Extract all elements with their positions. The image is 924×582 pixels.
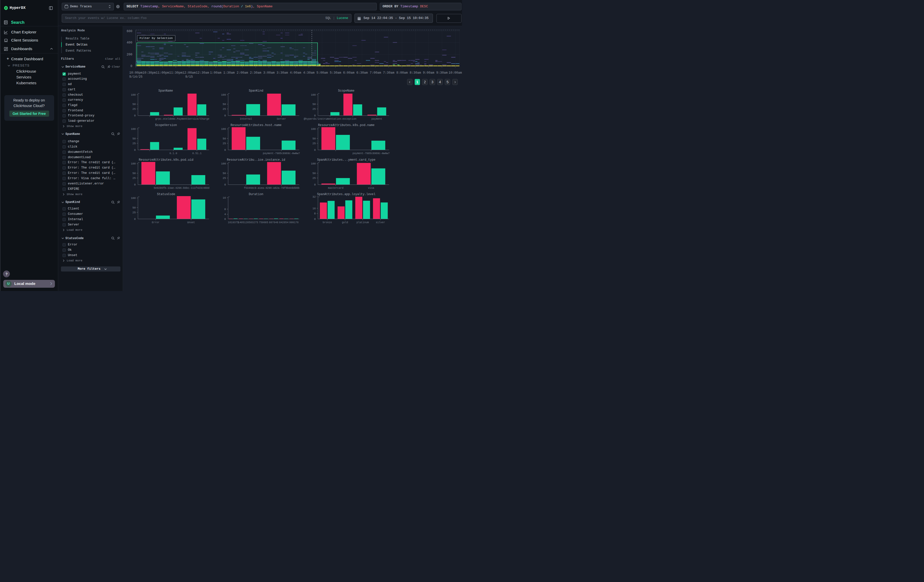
svg-text:759085: 759085	[259, 221, 268, 224]
svg-text:16: 16	[223, 196, 226, 199]
svg-text:50: 50	[223, 103, 226, 106]
svg-text:ResourceAttribu..ice.instance.: ResourceAttribu..ice.instance.id	[227, 158, 285, 162]
svg-text:f5344ec9-a1ea-4290-a62a-78f5be: f5344ec9-a1ea-4290-a62a-78f5bee8d90b	[244, 187, 300, 190]
svg-text:ResourceAttributes.host.name: ResourceAttributes.host.name	[231, 124, 282, 127]
svg-text:100: 100	[221, 93, 226, 96]
svg-text:0.51.1: 0.51.1	[192, 152, 202, 155]
svg-text:100: 100	[131, 93, 135, 96]
svg-text:ResourceAttributes.k8s.pod.nam: ResourceAttributes.k8s.pod.name	[318, 124, 375, 127]
svg-text:@hyperdx/instrumentation-excep: @hyperdx/instrumentation-exception	[304, 118, 356, 120]
svg-text:100: 100	[221, 162, 226, 165]
svg-text:50: 50	[312, 103, 316, 106]
svg-text:5e02b5fb-13ae-4296-bbbc-111f42: 5e02b5fb-13ae-4296-bbbc-111f423c460d	[153, 187, 209, 190]
svg-text:25: 25	[312, 142, 316, 145]
svg-text:50: 50	[133, 172, 136, 175]
svg-text:32: 32	[312, 195, 316, 198]
svg-text:1019375: 1019375	[228, 221, 239, 224]
svg-text:25: 25	[223, 142, 226, 145]
svg-text:25: 25	[133, 176, 136, 180]
svg-text:Duration: Duration	[249, 193, 263, 196]
svg-text:25: 25	[223, 107, 226, 110]
svg-text:Unset: Unset	[187, 221, 195, 224]
svg-text:Internal: Internal	[240, 118, 252, 120]
svg-text:25: 25	[312, 107, 316, 110]
svg-text:0: 0	[314, 148, 315, 152]
svg-text:0: 0	[134, 218, 135, 221]
svg-text:payment: payment	[371, 118, 382, 120]
svg-text:StatusCode: StatusCode	[157, 193, 175, 196]
svg-text:50: 50	[312, 137, 316, 140]
svg-text:0.1.0: 0.1.0	[170, 152, 177, 155]
svg-text:grpc.oteldemo.PaymentService/C: grpc.oteldemo.PaymentService/Charge	[155, 118, 209, 120]
svg-text:0: 0	[224, 218, 226, 221]
svg-text:583275: 583275	[249, 221, 258, 224]
svg-text:4: 4	[224, 213, 226, 216]
svg-text:SpanKind: SpanKind	[249, 89, 263, 92]
svg-text:SpanAttributes...yment.card_ty: SpanAttributes...yment.card_type	[317, 158, 375, 162]
svg-text:50: 50	[223, 137, 226, 140]
svg-text:platinum: platinum	[356, 221, 369, 224]
svg-text:Server: Server	[277, 118, 286, 120]
svg-text:50: 50	[133, 103, 136, 106]
svg-text:0: 0	[134, 148, 135, 152]
svg-text:0: 0	[314, 183, 315, 186]
svg-text:mastercard: mastercard	[328, 187, 343, 190]
svg-text:ScopeVersion: ScopeVersion	[155, 124, 177, 127]
svg-text:50: 50	[312, 172, 316, 175]
svg-text:25: 25	[312, 176, 316, 180]
svg-text:1405128: 1405128	[238, 221, 249, 224]
svg-text:25: 25	[133, 211, 136, 214]
svg-text:SpanAttributes.app.loyalty.lev: SpanAttributes.app.loyalty.level	[317, 193, 375, 196]
svg-text:gold: gold	[342, 221, 348, 224]
svg-text:100: 100	[131, 162, 135, 165]
svg-text:50: 50	[133, 206, 136, 209]
svg-text:payment-7985c8969c-mwmw7: payment-7985c8969c-mwmw7	[352, 152, 389, 155]
svg-text:0: 0	[224, 114, 226, 117]
svg-text:25: 25	[223, 176, 226, 180]
svg-text:50: 50	[223, 172, 226, 175]
svg-text:SpanName: SpanName	[158, 89, 173, 92]
svg-text:0: 0	[134, 183, 135, 186]
svg-text:100: 100	[311, 127, 316, 130]
svg-text:0: 0	[314, 218, 315, 221]
svg-text:999176: 999176	[289, 221, 299, 224]
svg-text:visa: visa	[368, 187, 374, 190]
svg-text:25: 25	[133, 142, 136, 145]
svg-text:807648: 807648	[269, 221, 278, 224]
svg-text:0: 0	[314, 114, 315, 117]
svg-text:ScopeName: ScopeName	[338, 89, 355, 92]
svg-text:100: 100	[221, 127, 226, 130]
svg-text:0: 0	[224, 183, 226, 186]
svg-text:50: 50	[133, 137, 136, 140]
svg-text:0: 0	[134, 114, 135, 117]
svg-text:100: 100	[311, 93, 316, 96]
svg-text:0: 0	[224, 148, 226, 152]
svg-text:16: 16	[312, 207, 316, 210]
svg-text:silver: silver	[376, 221, 385, 224]
svg-text:100: 100	[131, 196, 135, 199]
svg-text:25: 25	[133, 107, 136, 110]
svg-text:100: 100	[131, 127, 135, 130]
svg-text:8: 8	[314, 212, 315, 215]
svg-text:payment-7985c8969c-mwmw7: payment-7985c8969c-mwmw7	[263, 152, 300, 155]
svg-text:842654: 842654	[279, 221, 289, 224]
svg-text:ResourceAttributes.k8s.pod.uid: ResourceAttributes.k8s.pod.uid	[139, 158, 193, 162]
svg-text:bronze: bronze	[323, 221, 332, 224]
svg-text:100: 100	[311, 162, 316, 165]
svg-text:8: 8	[224, 208, 226, 211]
svg-text:Error: Error	[152, 221, 160, 224]
